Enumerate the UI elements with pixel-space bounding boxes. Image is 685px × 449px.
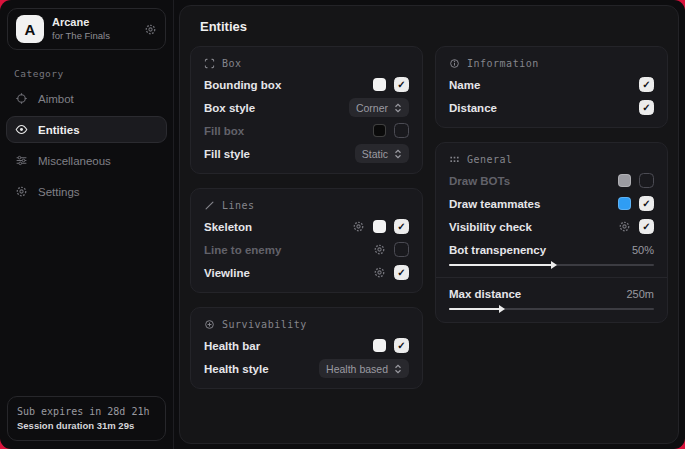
color-swatch[interactable] [373,124,386,137]
checkbox[interactable] [394,265,409,280]
setting-row: Fill style Static [204,146,409,161]
brand-name: Arcane [52,16,136,30]
card-columns: Box Bounding box Box style [190,46,668,389]
sidebar-item-label: Entities [38,124,80,136]
checkbox[interactable] [394,338,409,353]
box-corners-icon [204,58,215,69]
chevron-up-down-icon [394,149,402,159]
sidebar-item-miscellaneous[interactable]: Miscellaneous [6,147,167,174]
information-card-header: Information [449,58,654,69]
row-settings-gear-icon[interactable] [618,220,631,233]
checkbox[interactable] [394,77,409,92]
left-column: Box Bounding box Box style [190,46,423,389]
brand-subtitle: for The Finals [52,30,136,42]
setting-row: Name [449,77,654,92]
page-title: Entities [200,19,668,34]
setting-label: Draw BOTs [449,175,618,187]
chevron-up-down-icon [394,364,402,374]
row-settings-gear-icon[interactable] [373,266,386,279]
health-cross-icon [204,319,215,330]
setting-row: Draw teammates [449,196,654,211]
eye-icon [15,123,28,136]
setting-label: Fill style [204,148,355,160]
sidebar-item-label: Miscellaneous [38,155,111,167]
row-settings-gear-icon[interactable] [373,243,386,256]
health-style-dropdown[interactable]: Health based [319,359,409,378]
right-column: Information Name Distance [435,46,668,389]
color-swatch[interactable] [373,220,386,233]
gear-icon [15,185,28,198]
divider [436,277,667,278]
brand-text: Arcane for The Finals [52,16,136,42]
brand-settings-gear-icon[interactable] [144,23,157,36]
bot-transparency-slider[interactable] [449,264,654,266]
sidebar-nav: Aimbot Entities Miscellaneous Settings [0,85,173,205]
dropdown-value: Health based [326,363,388,375]
lines-card-header: Lines [204,200,409,211]
fill-style-dropdown[interactable]: Static [355,144,409,163]
color-swatch[interactable] [373,339,386,352]
subscription-card: Sub expires in 28d 21h Session duration … [7,396,166,441]
sliders-icon [15,154,28,167]
card-title: Information [467,58,539,69]
box-style-dropdown[interactable]: Corner [349,98,409,117]
checkbox[interactable] [639,77,654,92]
row-settings-gear-icon[interactable] [352,220,365,233]
card-title: Lines [222,200,255,211]
brand-logo: A [16,15,44,43]
main-area: Entities Box Bounding box [174,0,685,449]
bot-transparency-slider-row: Bot transpenency 50% [449,244,654,266]
slider-label: Bot transpenency [449,244,632,256]
setting-row: Fill box [204,123,409,138]
setting-label: Skeleton [204,221,352,233]
general-card-header: General [449,154,654,165]
setting-label: Visibility check [449,221,618,233]
setting-row: Visibility check [449,219,654,234]
max-distance-slider[interactable] [449,308,654,310]
max-distance-slider-row: Max distance 250m [449,288,654,310]
setting-label: Health bar [204,340,373,352]
survivability-card-header: Survivability [204,319,409,330]
card-title: General [467,154,513,165]
setting-row: Bounding box [204,77,409,92]
dropdown-value: Static [362,148,388,160]
dropdown-value: Corner [356,102,388,114]
checkbox[interactable] [639,100,654,115]
category-label: Category [14,68,173,79]
chevron-up-down-icon [394,103,402,113]
setting-label: Bounding box [204,79,373,91]
slider-value: 50% [632,244,654,256]
sidebar-item-entities[interactable]: Entities [6,116,167,143]
crosshair-icon [15,92,28,105]
setting-label: Box style [204,102,349,114]
card-title: Survivability [222,319,307,330]
checkbox[interactable] [394,123,409,138]
setting-label: Line to enemy [204,244,373,256]
setting-row: Box style Corner [204,100,409,115]
sidebar-item-label: Aimbot [38,93,74,105]
box-card: Box Bounding box Box style [190,46,423,174]
sidebar-spacer [0,205,173,396]
sidebar: A Arcane for The Finals Category Aimbot [0,0,174,449]
setting-label: Distance [449,102,639,114]
entities-panel: Entities Box Bounding box [179,5,679,444]
color-swatch[interactable] [618,197,631,210]
setting-label: Health style [204,363,319,375]
general-card: General Draw BOTs Draw teammates [435,142,668,323]
setting-row: Line to enemy [204,242,409,257]
color-swatch[interactable] [373,78,386,91]
brand-card: A Arcane for The Finals [7,8,166,50]
color-swatch[interactable] [618,174,631,187]
information-card: Information Name Distance [435,46,668,128]
checkbox[interactable] [639,219,654,234]
sidebar-item-aimbot[interactable]: Aimbot [6,85,167,112]
checkbox[interactable] [394,219,409,234]
checkbox[interactable] [639,173,654,188]
survivability-card: Survivability Health bar Health style [190,307,423,389]
checkbox[interactable] [394,242,409,257]
setting-row: Health style Health based [204,361,409,376]
sidebar-item-settings[interactable]: Settings [6,178,167,205]
checkbox[interactable] [639,196,654,211]
slider-value: 250m [626,288,654,300]
setting-label: Fill box [204,125,373,137]
